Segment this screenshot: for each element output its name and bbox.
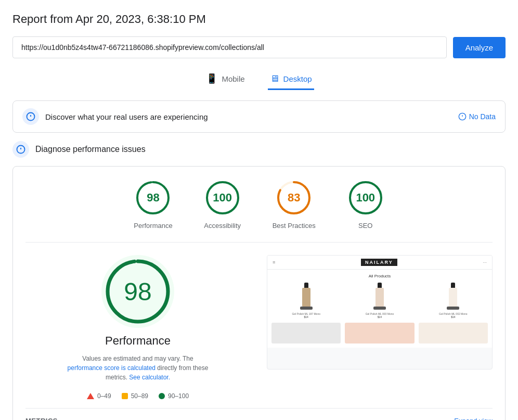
score-description: Values are estimated and may vary. The p… bbox=[65, 354, 211, 382]
preview-subtitle: All Products bbox=[271, 274, 488, 278]
page-title: Report from Apr 20, 2023, 6:38:10 PM bbox=[12, 12, 506, 26]
expand-view-link[interactable]: Expand view bbox=[454, 417, 493, 420]
legend-average-icon bbox=[122, 393, 128, 399]
diagnose-section: Diagnose performance issues 98 Performan… bbox=[12, 141, 506, 420]
legend-good-icon bbox=[159, 393, 165, 399]
legend-fail-icon bbox=[87, 393, 94, 399]
diagnose-title: Diagnose performance issues bbox=[35, 145, 146, 154]
main-score-area: 98 Performance Values are estimated and … bbox=[25, 255, 493, 400]
best-practices-label: Best Practices bbox=[273, 222, 316, 230]
view-tabs: 📱 Mobile 🖥 Desktop bbox=[12, 69, 506, 90]
desktop-icon: 🖥 bbox=[270, 73, 279, 84]
tab-desktop[interactable]: 🖥 Desktop bbox=[268, 69, 314, 90]
product-4-placeholder bbox=[271, 323, 341, 343]
seo-score: 100 bbox=[356, 191, 375, 205]
product-6-placeholder bbox=[419, 323, 488, 343]
analyze-button[interactable]: Analyze bbox=[453, 37, 506, 58]
url-input[interactable] bbox=[12, 36, 447, 58]
score-seo[interactable]: 100 SEO bbox=[347, 179, 384, 230]
site-preview-panel: ≡ NAILARY ··· All Products bbox=[267, 255, 493, 370]
score-best-practices[interactable]: 83 Best Practices bbox=[273, 179, 316, 230]
url-bar: Analyze bbox=[12, 36, 506, 58]
score-performance[interactable]: 98 Performance bbox=[134, 179, 172, 230]
main-score-left: 98 Performance Values are estimated and … bbox=[25, 255, 250, 400]
score-legend: 0–49 50–89 90–100 bbox=[87, 392, 189, 400]
performance-label: Performance bbox=[134, 222, 172, 230]
scores-row: 98 Performance 100 Accessibility bbox=[25, 179, 493, 243]
tab-mobile[interactable]: 📱 Mobile bbox=[204, 69, 247, 90]
product-5-placeholder bbox=[345, 323, 414, 343]
accessibility-score: 100 bbox=[213, 191, 232, 205]
info-icon bbox=[22, 108, 39, 125]
metrics-bar: METRICS Expand view bbox=[25, 408, 493, 420]
diagnose-icon bbox=[12, 141, 29, 158]
score-accessibility[interactable]: 100 Accessibility bbox=[204, 179, 241, 230]
see-calculator-link[interactable]: See calculator. bbox=[129, 374, 170, 381]
performance-score-link[interactable]: performance score is calculated bbox=[68, 364, 156, 372]
metrics-label: METRICS bbox=[25, 417, 58, 420]
main-performance-score: 98 bbox=[124, 277, 151, 306]
no-data-link[interactable]: No Data bbox=[458, 112, 496, 121]
performance-score: 98 bbox=[147, 191, 159, 205]
product-2: Gel Polish ML 003 Mono $14 bbox=[345, 283, 414, 319]
product-1: Gel Polish ML 197 Mono $14 bbox=[271, 283, 341, 319]
info-bar-text: Discover what your real users are experi… bbox=[45, 112, 208, 121]
seo-label: SEO bbox=[358, 222, 372, 230]
best-practices-score: 83 bbox=[288, 191, 300, 205]
mobile-icon: 📱 bbox=[206, 73, 217, 84]
product-3: Gel Polish ML 002 Mono $14 bbox=[419, 283, 488, 319]
main-performance-circle: 98 bbox=[101, 255, 174, 328]
main-performance-label: Performance bbox=[105, 334, 171, 348]
accessibility-label: Accessibility bbox=[204, 222, 241, 230]
scores-card: 98 Performance 100 Accessibility bbox=[12, 166, 506, 420]
info-bar: Discover what your real users are experi… bbox=[12, 100, 506, 133]
preview-logo: NAILARY bbox=[361, 259, 397, 266]
